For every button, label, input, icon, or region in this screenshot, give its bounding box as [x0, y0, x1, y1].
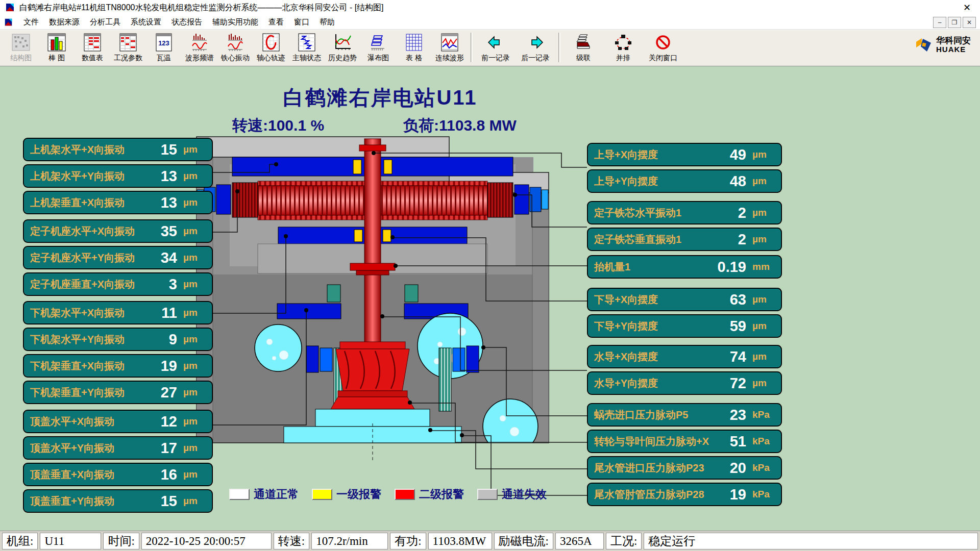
- toolbar-condition-params[interactable]: 工况参数: [110, 32, 146, 64]
- measurement-label: 下机架垂直+X向振动: [30, 359, 146, 373]
- legend-label: 二级报警: [419, 487, 464, 502]
- legend-failed-swatch: [477, 489, 498, 500]
- history-trend-icon: [331, 32, 354, 53]
- stator-frame-group: 定子机座水平+X向振动35µm 定子机座水平+Y向振动34µm 定子机座垂直+X…: [23, 219, 213, 299]
- toolbar-pad-temperature[interactable]: 123 瓦温: [146, 32, 182, 64]
- toolbar-numeric-table[interactable]: 数值表: [75, 32, 110, 64]
- menu-file[interactable]: 文件: [18, 16, 44, 29]
- measurement-tile[interactable]: 定子铁芯垂直振动12µm: [587, 228, 782, 251]
- measurement-tile[interactable]: 上导+Y向摆度48µm: [587, 169, 782, 193]
- toolbar-waterfall[interactable]: 瀑布图: [360, 32, 396, 64]
- measurement-label: 下机架水平+Y向振动: [30, 333, 146, 346]
- measurement-tile[interactable]: 水导+Y向摆度72µm: [587, 371, 782, 395]
- restore-icon[interactable]: ❐: [948, 17, 961, 28]
- measurement-label: 顶盖水平+X向振动: [30, 415, 146, 429]
- measurement-value: 48: [716, 173, 746, 190]
- measurement-label: 定子铁芯水平振动1: [594, 206, 716, 220]
- measurement-tile[interactable]: 定子机座垂直+X向振动3µm: [23, 272, 213, 296]
- toolbar-label: 历史趋势: [328, 54, 357, 63]
- measurement-tile[interactable]: 尾水管肘管压力脉动P2819kPa: [587, 483, 782, 506]
- measurement-tile[interactable]: 尾水管进口压力脉动P2320kPa: [587, 456, 782, 480]
- toolbar-label: 铁心振动: [221, 54, 250, 63]
- toolbar-waveform-spectrum[interactable]: 波形频谱: [182, 32, 217, 64]
- toolbar-core-vibration[interactable]: 铁心振动: [217, 32, 253, 64]
- status-condition-value: 稳定运行: [644, 533, 978, 549]
- measurement-tile[interactable]: 下机架水平+Y向振动9µm: [23, 328, 213, 351]
- measurement-label: 定子机座水平+X向振动: [30, 224, 146, 238]
- measurement-tile[interactable]: 顶盖垂直+Y向振动15µm: [23, 489, 213, 513]
- measurement-tile[interactable]: 顶盖水平+Y向振动17µm: [23, 436, 213, 460]
- measurement-label: 下导+X向摆度: [594, 293, 716, 307]
- measurement-tile[interactable]: 顶盖垂直+X向振动16µm: [23, 463, 213, 486]
- toolbar-separator: [558, 33, 560, 62]
- rotation-speed-readout: 转速:100.1 %: [232, 115, 324, 136]
- measurement-unit: µm: [183, 416, 206, 427]
- toolbar-bar-graph[interactable]: 棒 图: [39, 32, 75, 64]
- upper-bracket-group: 上机架水平+X向振动15µm 上机架水平+Y向振动13µm 上机架垂直+X向振动…: [23, 138, 213, 217]
- measurement-tile[interactable]: 上机架水平+X向振动15µm: [23, 138, 213, 161]
- toolbar-label: 结构图: [10, 54, 32, 63]
- measurement-value: 11: [146, 305, 177, 321]
- menu-system-settings[interactable]: 系统设置: [126, 16, 166, 29]
- menu-status-report[interactable]: 状态报告: [166, 16, 207, 29]
- lower-guide-group: 下导+X向摆度63µm 下导+Y向摆度59µm: [587, 288, 782, 341]
- condition-params-icon: [117, 32, 139, 53]
- toolbar-shaft-orbit[interactable]: 轴心轨迹: [253, 32, 289, 64]
- menu-help[interactable]: 帮助: [314, 16, 340, 29]
- brand-name-en: HUAKE: [936, 45, 971, 54]
- measurement-value: 15: [146, 493, 177, 510]
- toolbar-shaft-status[interactable]: 主轴状态: [289, 32, 325, 64]
- measurement-tile[interactable]: 下导+Y向摆度59µm: [587, 314, 782, 338]
- measurement-tile[interactable]: 定子铁芯水平振动12µm: [587, 201, 782, 224]
- measurement-value: 13: [146, 194, 177, 211]
- toolbar-table[interactable]: 表 格: [396, 32, 432, 64]
- measurement-tile[interactable]: 转轮与导叶间压力脉动+X51kPa: [587, 430, 782, 453]
- toolbar-tile-windows[interactable]: 并排: [603, 32, 643, 64]
- measurement-tile[interactable]: 水导+X向摆度74µm: [587, 345, 782, 368]
- measurement-tile[interactable]: 上机架水平+Y向振动13µm: [23, 164, 213, 188]
- measurement-label: 定子铁芯垂直振动1: [594, 233, 716, 246]
- legend-label: 通道正常: [254, 487, 299, 502]
- previous-record-icon: [484, 32, 507, 53]
- measurement-value: 15: [146, 141, 177, 158]
- measurement-tile[interactable]: 抬机量10.19mm: [587, 255, 782, 279]
- measurement-label: 定子机座垂直+X向振动: [30, 278, 146, 291]
- measurement-label: 尾水管进口压力脉动P23: [594, 461, 716, 475]
- shaft-status-icon: [296, 32, 318, 53]
- toolbar-close-window[interactable]: 关闭窗口: [643, 32, 683, 64]
- menu-analysis-tools[interactable]: 分析工具: [85, 16, 126, 29]
- legend-item: 一级报警: [312, 487, 381, 502]
- measurement-tile[interactable]: 下机架垂直+X向振动19µm: [23, 354, 213, 378]
- menu-aux-functions[interactable]: 辅助实用功能: [207, 16, 263, 29]
- menu-data-source[interactable]: 数据来源: [44, 16, 85, 29]
- menu-view[interactable]: 查看: [263, 16, 289, 29]
- toolbar-continuous-waveform[interactable]: 连续波形: [432, 32, 468, 64]
- measurement-tile[interactable]: 蜗壳进口压力脉动P523kPa: [587, 403, 782, 427]
- close-icon[interactable]: ✕: [959, 2, 975, 13]
- measurement-unit: µm: [183, 387, 206, 398]
- menu-window[interactable]: 窗口: [289, 16, 314, 29]
- measurement-unit: µm: [183, 170, 206, 182]
- toolbar-next-record[interactable]: 后一记录: [516, 32, 555, 64]
- measurement-tile[interactable]: 顶盖水平+X向振动12µm: [23, 410, 213, 433]
- close-icon[interactable]: ✕: [963, 17, 976, 28]
- toolbar-cascade[interactable]: 级联: [564, 32, 603, 64]
- measurement-label: 抬机量1: [594, 260, 716, 274]
- toolbar-history-trend[interactable]: 历史趋势: [325, 32, 360, 64]
- measurement-tile[interactable]: 下机架垂直+Y向振动27µm: [23, 381, 213, 404]
- measurement-tile[interactable]: 定子机座水平+X向振动35µm: [23, 219, 213, 243]
- measurement-unit: kPa: [752, 436, 775, 447]
- toolbar-structure-view: 结构图: [3, 32, 39, 64]
- measurement-value: 17: [146, 440, 177, 457]
- measurement-tile[interactable]: 上导+X向摆度49µm: [587, 143, 782, 166]
- measurement-tile[interactable]: 上机架垂直+X向振动13µm: [23, 191, 213, 214]
- toolbar-previous-record[interactable]: 前一记录: [476, 32, 516, 64]
- measurement-unit: µm: [183, 252, 206, 263]
- measurement-tile[interactable]: 下机架水平+X向振动11µm: [23, 301, 213, 324]
- measurement-tile[interactable]: 下导+X向摆度63µm: [587, 288, 782, 311]
- measurement-unit: µm: [183, 334, 206, 345]
- minimize-icon[interactable]: –: [933, 17, 946, 28]
- measurement-value: 59: [716, 318, 746, 335]
- measurement-unit: kPa: [752, 489, 775, 500]
- measurement-tile[interactable]: 定子机座水平+Y向振动34µm: [23, 246, 213, 269]
